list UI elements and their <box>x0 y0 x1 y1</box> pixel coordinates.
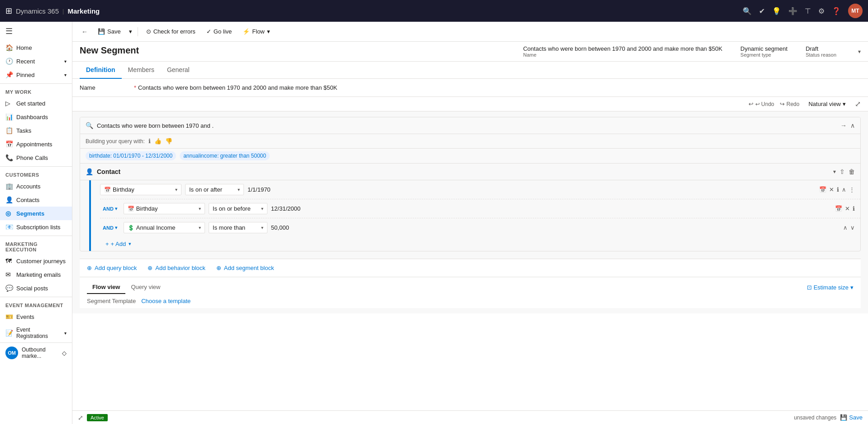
tab-query-view[interactable]: Query view <box>125 281 166 294</box>
entity-share-button[interactable]: ⇧ <box>839 168 845 175</box>
sidebar-item-appointments[interactable]: 📅 Appointments <box>0 137 72 151</box>
plus-icon[interactable]: ➕ <box>788 7 797 15</box>
choose-template-link[interactable]: Choose a template <box>141 298 191 304</box>
undo-button[interactable]: ↩ ↩ Undo <box>749 101 774 107</box>
form-header-expand-chevron[interactable]: ▾ <box>858 48 861 55</box>
lightbulb-icon[interactable]: 💡 <box>772 7 781 15</box>
status-bar: ⤢ Active unsaved changes 💾 Save <box>72 410 868 424</box>
block-add-row: ⊕ Add query block ⊕ Add behavior block ⊕… <box>80 259 861 277</box>
sidebar-item-customer-journeys[interactable]: 🗺 Customer journeys <box>0 254 72 268</box>
event-reg-icon: 📝 <box>5 329 13 337</box>
redo-label: Redo <box>787 101 800 107</box>
add-query-block-button[interactable]: ⊕ Add query block <box>87 265 137 271</box>
add-behavior-block-label: Add behavior block <box>155 265 205 271</box>
unsaved-changes-text: unsaved changes <box>794 414 836 421</box>
condition-field-3[interactable]: 💲 Annual Income ▾ <box>124 222 205 233</box>
sidebar-item-home[interactable]: 🏠 Home <box>0 41 72 54</box>
redo-icon: ↪ <box>780 101 785 107</box>
sidebar-item-recent[interactable]: 🕐 Recent ▾ <box>0 54 72 68</box>
brand-name: Dynamics 365 <box>16 7 59 15</box>
thumbup-icon[interactable]: 👍 <box>154 138 162 145</box>
thumbdown-icon[interactable]: 👎 <box>165 138 172 145</box>
save-button[interactable]: 💾 Save <box>93 26 125 37</box>
status-save-button[interactable]: 💾 Save <box>840 414 863 421</box>
search-icon[interactable]: 🔍 <box>743 7 752 15</box>
condition-field-2[interactable]: 📅 Birthday ▾ <box>124 203 205 214</box>
entity-chevron[interactable]: ▾ <box>833 169 836 175</box>
tab-members[interactable]: Members <box>122 62 161 79</box>
sidebar-item-segments[interactable]: ◎ Segments <box>0 207 72 220</box>
add-behavior-block-button[interactable]: ⊕ Add behavior block <box>148 265 205 271</box>
cond1-more-button[interactable]: ⋮ <box>849 186 855 193</box>
cond3-connector[interactable]: AND ▾ <box>100 223 120 232</box>
sidebar-item-subscription-lists[interactable]: 📧 Subscription lists <box>0 220 72 234</box>
flow-icon: ⚡ <box>243 28 250 35</box>
help-icon[interactable]: ❓ <box>832 7 841 15</box>
condition-op-2[interactable]: Is on or before ▾ <box>209 203 267 214</box>
sidebar-item-dashboards[interactable]: 📊 Dashboards <box>0 110 72 124</box>
redo-button[interactable]: ↪ Redo <box>780 101 800 107</box>
cond2-info-button[interactable]: ℹ <box>853 205 855 212</box>
check-errors-button[interactable]: ⊙ Check for errors <box>142 26 200 37</box>
expand-button[interactable]: ⤢ <box>855 100 861 108</box>
entity-delete-button[interactable]: 🗑 <box>849 168 855 175</box>
condition-op-1[interactable]: Is on or after ▾ <box>185 184 244 195</box>
condition-op-3[interactable]: Is more than ▾ <box>209 222 267 233</box>
condition-field-1[interactable]: 📅 Birthday ▾ <box>100 184 181 195</box>
sidebar-toggle[interactable]: ☰ <box>0 22 72 41</box>
cond1-delete-button[interactable]: ✕ <box>829 186 834 193</box>
pinned-icon: 📌 <box>5 71 13 78</box>
cond1-field-name: Birthday <box>113 186 173 193</box>
cond1-calendar-button[interactable]: 📅 <box>819 186 826 193</box>
add-segment-block-icon: ⊕ <box>216 265 221 271</box>
query-collapse-icon[interactable]: ∧ <box>850 122 855 129</box>
settings-icon[interactable]: ⚙ <box>818 7 825 15</box>
check-errors-icon: ⊙ <box>146 28 151 35</box>
flow-chevron: ▾ <box>267 28 270 35</box>
waffle-icon[interactable]: ⊞ <box>5 6 12 16</box>
save-chevron-button[interactable]: ▾ <box>127 26 134 37</box>
user-avatar[interactable]: MT <box>848 4 863 18</box>
check-icon[interactable]: ✔ <box>759 7 765 15</box>
conditions-area: 📅 Birthday ▾ Is on or after ▾ 1/1/1970 <box>100 180 860 251</box>
add-condition-button[interactable]: + + Add <box>105 241 126 247</box>
filter-icon[interactable]: ⊤ <box>805 7 811 15</box>
sidebar-item-social-posts[interactable]: 💬 Social posts <box>0 281 72 295</box>
go-live-button[interactable]: ✓ Go live <box>202 26 236 37</box>
tab-flow-view[interactable]: Flow view <box>87 281 125 294</box>
contacts-icon: 👤 <box>5 196 13 203</box>
status-expand-icon[interactable]: ⤢ <box>78 414 83 421</box>
flow-button[interactable]: ⚡ Flow ▾ <box>238 26 274 37</box>
sidebar-item-event-registrations[interactable]: 📝 Event Registrations ▾ <box>0 323 72 342</box>
natural-view-button[interactable]: Natural view ▾ <box>805 99 849 109</box>
cond2-calendar-button[interactable]: 📅 <box>835 205 842 212</box>
add-segment-block-button[interactable]: ⊕ Add segment block <box>216 265 274 271</box>
cond3-up-button[interactable]: ∧ <box>843 224 848 231</box>
sidebar-item-marketing-emails[interactable]: ✉ Marketing emails <box>0 268 72 281</box>
cond3-down-button[interactable]: ∨ <box>850 224 855 231</box>
cond2-delete-button[interactable]: ✕ <box>845 205 850 212</box>
outbound-market-item[interactable]: OM Outbound marke... ◇ <box>0 342 72 363</box>
tab-definition[interactable]: Definition <box>80 62 122 79</box>
form-tabs: Definition Members General <box>72 62 868 79</box>
tab-general[interactable]: General <box>161 62 196 79</box>
sidebar-item-contacts[interactable]: 👤 Contacts <box>0 193 72 207</box>
sidebar-item-get-started[interactable]: ▷ Get started <box>0 96 72 110</box>
back-button[interactable]: ← <box>78 26 91 38</box>
sidebar-item-accounts[interactable]: 🏢 Accounts <box>0 179 72 193</box>
query-next-icon[interactable]: → <box>840 122 847 129</box>
sidebar-item-tasks[interactable]: 📋 Tasks <box>0 124 72 137</box>
sidebar-item-events[interactable]: 🎫 Events <box>0 310 72 323</box>
segment-template-label: Segment Template <box>87 298 136 304</box>
status-save-label: Save <box>849 414 863 421</box>
cond1-up-button[interactable]: ∧ <box>842 186 846 193</box>
name-field-row: Name * Contacts who were born between 19… <box>72 79 868 97</box>
cond1-info-button[interactable]: ℹ <box>837 186 839 193</box>
add-chevron-button[interactable]: ▾ <box>128 241 132 247</box>
estimate-size-button[interactable]: ⊡ Estimate size ▾ <box>807 284 854 291</box>
sidebar-item-phone-calls[interactable]: 📞 Phone Calls <box>0 151 72 164</box>
estimate-size-chevron: ▾ <box>850 284 854 291</box>
top-nav-icons: 🔍 ✔ 💡 ➕ ⊤ ⚙ ❓ MT <box>743 4 863 18</box>
sidebar-item-pinned[interactable]: 📌 Pinned ▾ <box>0 68 72 82</box>
cond2-connector[interactable]: AND ▾ <box>100 204 120 213</box>
